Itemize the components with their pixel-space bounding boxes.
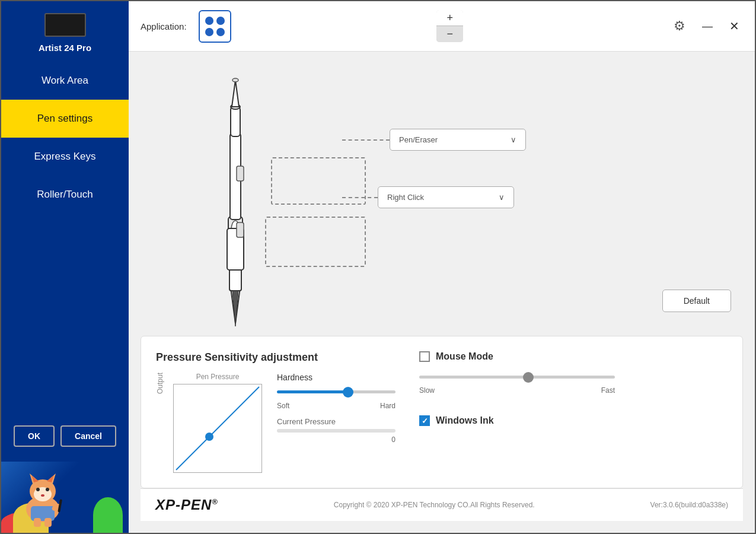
button2-row: Right Click ∨ (342, 186, 731, 208)
device-name: Artist 24 Pro (39, 43, 91, 53)
remove-app-button[interactable]: − (436, 26, 463, 42)
soft-label: Soft (277, 402, 289, 410)
pen-eraser-dropdown[interactable]: Pen/Eraser ∨ (390, 129, 526, 151)
pen-upper-area: Pen/Eraser ∨ Right Click ∨ (141, 63, 743, 330)
dot-3 (205, 28, 213, 36)
current-pressure-section: Current Pressure 0 (277, 417, 395, 444)
add-app-button[interactable]: + (436, 10, 463, 26)
mouse-mode-label: Mouse Mode (436, 351, 493, 362)
current-pressure-bar (277, 429, 395, 433)
fast-label: Fast (601, 386, 615, 395)
speed-thumb[interactable] (523, 372, 534, 383)
brand-logo: XP-PEN® (155, 497, 218, 513)
dot-2 (216, 17, 225, 25)
pressure-chart-area: Output Pen Pressure (156, 373, 395, 473)
mouse-mode-row: Mouse Mode (419, 351, 728, 362)
hardness-labels: Soft Hard (277, 402, 395, 410)
footer-copyright: Copyright © 2020 XP-PEN Technology CO.Al… (230, 501, 639, 509)
svg-point-27 (232, 78, 238, 82)
svg-line-28 (176, 387, 259, 470)
right-click-label: Right Click (387, 193, 424, 202)
hardness-controls: Hardness Soft Hard (277, 373, 395, 473)
sidebar-item-express-keys[interactable]: Express Keys (1, 138, 129, 176)
sidebar: Artist 24 Pro Work Area Pen settings Exp… (1, 1, 129, 533)
pen-svg (200, 62, 271, 329)
brand-suffix: ® (212, 497, 218, 506)
speed-slider-container (419, 371, 615, 384)
close-button[interactable]: ✕ (725, 17, 743, 35)
cancel-button[interactable]: Cancel (60, 425, 116, 447)
pen-eraser-label: Pen/Eraser (399, 135, 438, 144)
main-content: Application: + − ⚙ — ✕ (129, 1, 755, 533)
sidebar-nav: Work Area Pen settings Express Keys Roll… (1, 62, 129, 417)
hardness-track-left (277, 390, 348, 393)
windows-ink-label: Windows Ink (436, 415, 494, 426)
chevron-icon-2: ∨ (499, 193, 505, 202)
svg-rect-12 (44, 518, 52, 527)
device-icon (44, 13, 86, 37)
speed-labels: Slow Fast (419, 386, 615, 395)
windows-ink-row: ✓ Windows Ink (419, 415, 728, 426)
slow-label: Slow (419, 386, 435, 395)
svg-rect-23 (231, 107, 240, 136)
mouse-mode-section: Mouse Mode Slow Fast (419, 351, 728, 395)
mascot-svg (10, 465, 75, 530)
mouse-mode-checkbox[interactable] (419, 351, 430, 362)
default-row: Default (342, 266, 731, 312)
sidebar-item-pen-settings[interactable]: Pen settings (1, 100, 129, 138)
sidebar-item-work-area[interactable]: Work Area (1, 62, 129, 100)
pressure-chart-box[interactable] (173, 384, 262, 473)
add-remove-group: + − (436, 10, 463, 42)
output-label-container: Output (156, 373, 164, 473)
svg-marker-26 (232, 80, 239, 107)
chevron-icon-1: ∨ (511, 135, 516, 144)
dot-4 (216, 28, 225, 36)
minimize-button[interactable]: — (698, 17, 716, 35)
svg-rect-21 (237, 166, 244, 181)
default-button[interactable]: Default (662, 290, 731, 312)
dashed-line-2 (342, 197, 378, 198)
footer: XP-PEN® Copyright © 2020 XP-PEN Technolo… (141, 488, 743, 521)
pressure-curve-svg (174, 384, 261, 472)
dashed-line-1 (342, 139, 390, 141)
svg-point-8 (46, 488, 49, 491)
brand-text: XP-PEN (155, 497, 212, 513)
current-pressure-value: 0 (277, 436, 395, 444)
app-icon-box (199, 10, 231, 43)
app-label: Application: (141, 21, 187, 31)
hard-label: Hard (380, 402, 395, 410)
pen-illustration (141, 63, 330, 330)
dot-1 (205, 17, 213, 25)
sidebar-item-roller-touch[interactable]: Roller/Touch (1, 176, 129, 214)
sidebar-actions: OK Cancel (1, 417, 129, 456)
ok-button[interactable]: OK (14, 425, 55, 447)
mascot-area (1, 462, 129, 533)
pen-button-controls: Pen/Eraser ∨ Right Click ∨ (330, 63, 743, 330)
pressure-section: Pressure Sensitivity adjustment Output P… (141, 336, 743, 488)
svg-point-29 (205, 433, 213, 441)
topbar: Application: + − ⚙ — ✕ (129, 1, 755, 52)
svg-rect-10 (31, 506, 55, 521)
pen-settings-content: Pen/Eraser ∨ Right Click ∨ (129, 52, 755, 533)
current-pressure-label: Current Pressure (277, 417, 395, 426)
windows-ink-checkbox[interactable]: ✓ (419, 415, 430, 426)
hardness-track-right (348, 390, 395, 393)
button1-row: Pen/Eraser ∨ (342, 129, 731, 151)
pressure-right: Mouse Mode Slow Fast (419, 351, 728, 473)
hardness-thumb[interactable] (343, 387, 353, 398)
svg-rect-11 (34, 518, 41, 527)
right-click-dropdown[interactable]: Right Click ∨ (378, 186, 514, 208)
svg-point-9 (41, 494, 44, 497)
speed-track (419, 376, 615, 379)
hardness-slider-container (277, 386, 395, 399)
settings-button[interactable]: ⚙ (669, 16, 690, 37)
pressure-title: Pressure Sensitivity adjustment (156, 351, 395, 364)
output-label: Output (156, 373, 164, 394)
sidebar-header: Artist 24 Pro (1, 1, 129, 62)
app-dots (200, 12, 229, 41)
pressure-left: Pressure Sensitivity adjustment Output P… (156, 351, 395, 473)
chart-container: Pen Pressure (173, 373, 262, 473)
svg-rect-22 (237, 223, 244, 237)
hardness-label: Hardness (277, 373, 395, 382)
svg-point-7 (36, 488, 40, 491)
